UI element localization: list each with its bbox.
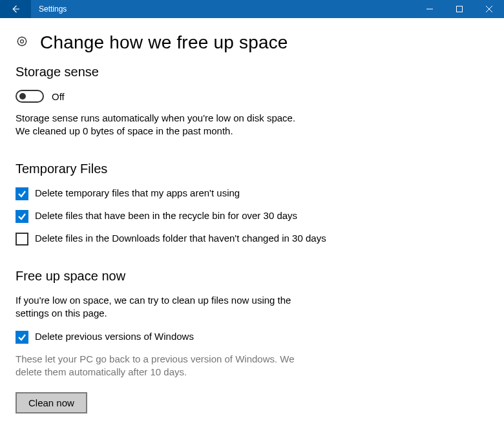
window-title: Settings: [39, 5, 67, 14]
storage-sense-heading: Storage sense: [16, 65, 488, 79]
storage-sense-desc-line1: Storage sense runs automatically when yo…: [16, 112, 295, 123]
svg-point-6: [17, 37, 26, 45]
free-up-checkbox[interactable]: [16, 331, 28, 344]
free-up-option: Delete previous versions of Windows: [16, 330, 345, 344]
minimize-icon: [426, 6, 433, 12]
free-up-option-label: Delete previous versions of Windows: [35, 330, 194, 343]
temp-files-option-2: Delete files in the Downloads folder tha…: [16, 232, 345, 246]
storage-sense-toggle[interactable]: [16, 90, 44, 103]
temp-files-checkbox-1[interactable]: [16, 210, 28, 223]
temp-files-label-1: Delete files that have been in the recyc…: [35, 209, 297, 222]
close-icon: [486, 6, 492, 12]
temp-files-checkbox-2[interactable]: [16, 233, 28, 246]
page-header: Change how we free up space: [16, 32, 488, 53]
close-button[interactable]: [474, 0, 504, 18]
free-up-description: If you're low on space, we can try to cl…: [16, 294, 313, 320]
checkmark-icon: [17, 333, 26, 342]
checkmark-icon: [17, 212, 26, 221]
window-controls: [415, 0, 504, 18]
minimize-button[interactable]: [415, 0, 445, 18]
back-button[interactable]: [0, 0, 31, 18]
titlebar: Settings: [0, 0, 504, 18]
temp-files-checkbox-0[interactable]: [16, 187, 28, 200]
clean-now-button[interactable]: Clean now: [16, 392, 87, 413]
temp-files-option-1: Delete files that have been in the recyc…: [16, 209, 345, 223]
toggle-knob: [19, 93, 26, 99]
storage-sense-description: Storage sense runs automatically when yo…: [16, 112, 339, 138]
arrow-left-icon: [10, 3, 21, 15]
maximize-button[interactable]: [445, 0, 474, 18]
checkmark-icon: [17, 189, 26, 198]
storage-sense-toggle-row: Off: [16, 90, 488, 103]
settings-content: Change how we free up space Storage sens…: [0, 18, 504, 429]
storage-sense-toggle-label: Off: [52, 91, 65, 102]
gear-icon: [16, 35, 28, 50]
svg-point-5: [21, 40, 24, 43]
storage-sense-desc-line2: We cleaned up 0 bytes of space in the pa…: [16, 125, 233, 136]
free-up-heading: Free up space now: [16, 269, 488, 284]
temporary-files-heading: Temporary Files: [16, 162, 488, 176]
free-up-note: These let your PC go back to a previous …: [16, 353, 319, 379]
temp-files-label-2: Delete files in the Downloads folder tha…: [35, 232, 326, 245]
maximize-icon: [456, 6, 463, 12]
svg-rect-2: [457, 6, 463, 12]
temp-files-label-0: Delete temporary files that my apps aren…: [35, 187, 240, 200]
page-title: Change how we free up space: [40, 32, 288, 53]
temp-files-option-0: Delete temporary files that my apps aren…: [16, 187, 345, 200]
